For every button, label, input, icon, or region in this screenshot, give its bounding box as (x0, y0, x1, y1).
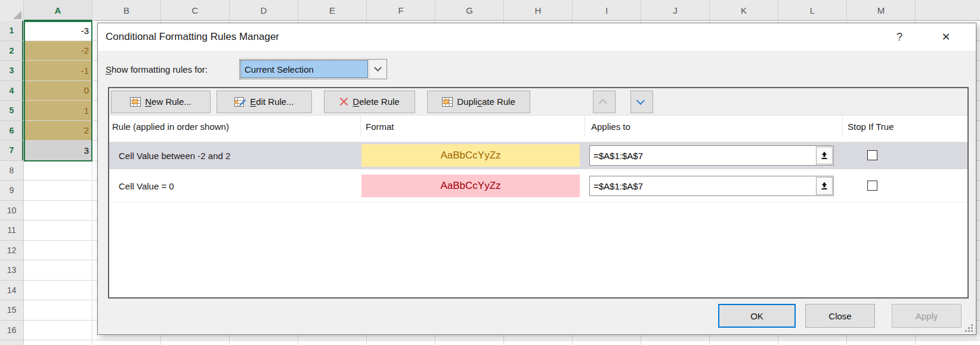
collapse-dialog-button[interactable] (816, 177, 833, 195)
resize-grip-icon[interactable] (964, 324, 973, 332)
duplicate-rule-table-icon (442, 97, 453, 107)
collapse-dialog-button[interactable] (816, 147, 833, 164)
ok-button[interactable]: OK (718, 304, 796, 328)
cell[interactable]: -2 (24, 41, 92, 61)
row-header-9[interactable]: 9 (0, 181, 24, 201)
cell[interactable]: -3 (24, 21, 92, 41)
cell[interactable] (24, 281, 92, 301)
cell[interactable] (24, 241, 92, 261)
cell[interactable] (24, 161, 92, 181)
column-header-F[interactable]: F (367, 0, 435, 21)
show-rules-label: Show formatting rules for: (106, 59, 208, 79)
cell[interactable] (641, 340, 710, 345)
range-picker-arrow-icon (820, 151, 828, 160)
rule-row[interactable]: Cell Value between -2 and 2 AaBbCcYyZz (109, 142, 967, 169)
cell[interactable]: 2 (24, 121, 92, 141)
new-rule-table-icon (130, 97, 141, 107)
column-header-J[interactable]: J (641, 0, 710, 21)
cell[interactable] (24, 181, 92, 201)
row-header-2[interactable]: 2 (0, 41, 24, 61)
delete-rule-button[interactable]: Delete Rule (324, 91, 415, 113)
row-header-6[interactable]: 6 (0, 121, 24, 141)
row-header-11[interactable]: 11 (0, 220, 24, 241)
move-rule-down-button[interactable] (630, 91, 653, 113)
column-header-L[interactable]: L (778, 0, 847, 21)
cell[interactable] (847, 340, 916, 345)
row-header-15[interactable]: 15 (0, 300, 24, 321)
cell[interactable] (710, 340, 778, 345)
applies-to-field (589, 176, 834, 196)
list-divider (109, 202, 967, 203)
row-header-5[interactable]: 5 (0, 101, 24, 121)
cell[interactable]: -1 (24, 61, 92, 81)
row-header-1[interactable]: 1 (0, 21, 24, 41)
row-header-3[interactable]: 3 (0, 61, 24, 81)
row-header-14[interactable]: 14 (0, 281, 24, 301)
row-header-13[interactable]: 13 (0, 260, 24, 281)
help-button[interactable]: ? (886, 23, 913, 51)
chevron-up-icon (599, 99, 607, 107)
column-header-M[interactable]: M (847, 0, 916, 21)
cell[interactable] (24, 340, 92, 345)
column-header-E[interactable]: E (298, 0, 367, 21)
applies-to-input[interactable] (590, 176, 815, 195)
column-header-K[interactable]: K (710, 0, 778, 21)
close-button[interactable]: Close (805, 304, 875, 328)
select-all-corner[interactable] (0, 0, 24, 21)
cell[interactable] (24, 300, 92, 321)
cell[interactable] (24, 201, 92, 221)
stop-if-true-checkbox[interactable] (867, 150, 877, 160)
column-header-D[interactable]: D (230, 0, 298, 21)
show-rules-dropdown[interactable]: Current Selection (239, 59, 387, 79)
column-header-I[interactable]: I (573, 0, 641, 21)
row-header-10[interactable]: 10 (0, 201, 24, 221)
cell[interactable] (435, 340, 504, 345)
rule-description: Cell Value between -2 and 2 (119, 142, 230, 169)
dialog-title: Conditional Formatting Rules Manager (106, 31, 279, 43)
cell[interactable]: 3 (24, 141, 92, 161)
row-header-8[interactable]: 8 (0, 161, 24, 181)
applies-to-input[interactable] (590, 146, 815, 165)
column-header-C[interactable]: C (161, 0, 230, 21)
dropdown-arrow-button[interactable] (369, 60, 387, 79)
cell[interactable] (161, 340, 230, 345)
move-rule-up-button[interactable] (593, 91, 616, 113)
column-header-partial[interactable] (916, 0, 980, 21)
column-header-G[interactable]: G (435, 0, 504, 21)
cell[interactable] (367, 340, 435, 345)
row-header-12[interactable]: 12 (0, 241, 24, 261)
rule-column-header: Rule (applied in order shown) (109, 116, 360, 137)
row-header-16[interactable]: 16 (0, 321, 24, 341)
column-header-B[interactable]: B (92, 0, 161, 21)
cell[interactable] (298, 340, 367, 345)
stop-if-true-checkbox[interactable] (867, 181, 877, 191)
cell[interactable] (504, 340, 573, 345)
cell[interactable] (778, 340, 847, 345)
format-preview: AaBbCcYyZz (361, 175, 580, 197)
row-header-partial[interactable] (0, 340, 24, 345)
close-icon[interactable]: ✕ (933, 23, 959, 51)
cell[interactable]: 0 (24, 81, 92, 101)
cell[interactable] (24, 220, 92, 241)
cell[interactable] (573, 340, 641, 345)
dialog-titlebar[interactable]: Conditional Formatting Rules Manager ? ✕ (98, 23, 976, 51)
new-rule-button[interactable]: New Rule... (111, 91, 211, 113)
format-preview: AaBbCcYyZz (361, 144, 580, 167)
rule-row[interactable]: Cell Value = 0 AaBbCcYyZz (109, 172, 967, 200)
column-header-A[interactable]: A (24, 0, 92, 21)
cell[interactable]: 1 (24, 101, 92, 121)
row-header-7[interactable]: 7 (0, 141, 24, 161)
duplicate-rule-button[interactable]: Duplicate Rule (427, 91, 530, 113)
cell[interactable] (24, 321, 92, 341)
cell[interactable] (230, 340, 298, 345)
edit-rule-button[interactable]: Edit Rule... (217, 91, 312, 113)
format-column-header: Format (360, 116, 585, 137)
cell[interactable] (92, 340, 161, 345)
row-header-4[interactable]: 4 (0, 81, 24, 101)
edit-rule-pencil-icon (234, 97, 246, 107)
cell[interactable] (916, 340, 980, 345)
show-rules-selected-value: Current Selection (240, 60, 368, 78)
cell[interactable] (24, 260, 92, 281)
chevron-down-icon (636, 96, 645, 104)
column-header-H[interactable]: H (504, 0, 573, 21)
